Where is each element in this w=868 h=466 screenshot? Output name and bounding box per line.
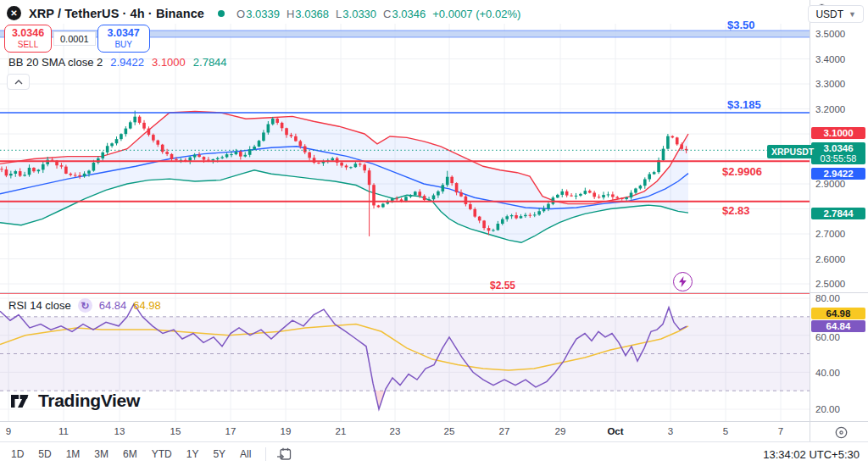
range-button-1m[interactable]: 1M [66,448,81,460]
scale-tick: 3.5000 [815,29,845,39]
bottom-toolbar: 1D5D1M3M6MYTD1Y5YAll 13:34:02 UTC+5:30 [0,441,868,466]
lightning-icon [678,276,687,287]
range-buttons: 1D5D1M3M6MYTD1Y5YAll [11,448,265,460]
bb-upper-value: 3.1000 [152,56,186,69]
time-axis-label: 27 [499,426,510,436]
price-level-label-3185[interactable]: $3.185 [727,98,761,111]
time-axis-label: 15 [170,426,181,436]
range-button-5d[interactable]: 5D [38,448,51,460]
spread-value: 0.0001 [53,31,96,46]
ohlc-key: C [383,8,391,20]
range-button-1d[interactable]: 1D [11,448,24,460]
scale-tick: 40.00 [815,368,840,378]
scale-tick: 80.00 [815,293,840,303]
time-axis-label: 19 [281,426,292,436]
toolbar-divider [265,447,266,461]
time-axis-label: 29 [555,426,566,436]
price-level-label-350[interactable]: $3.50 [727,19,755,31]
tradingview-logo[interactable]: TradingView [11,391,140,411]
market-status-dot-icon[interactable] [218,10,225,17]
ohlc-value: 3.0330 [342,8,376,20]
price-level-label-255[interactable]: $2.55 [490,280,515,291]
chevron-down-icon: ▼ [849,10,856,19]
current-time[interactable]: 13:34:02 UTC+5:30 [763,448,860,461]
scale-tick: 3.4000 [815,54,845,64]
rsi-value: 64.84 [99,299,127,312]
time-axis-label: Oct [607,426,623,436]
calendar-arrow-icon [276,447,292,462]
collapse-legend-button[interactable] [7,74,30,90]
range-button-all[interactable]: All [240,448,251,460]
price-level-label-29906[interactable]: $2.9906 [722,165,762,178]
bb-lower-value: 2.7844 [193,56,227,69]
ohlc-value: 3.0368 [295,8,329,20]
bb-basis-value: 2.9422 [110,56,144,69]
price-change: +0.0007 (+0.02%) [432,8,520,20]
symbol-header: ✕ XRP / TetherUS · 4h · Binance O3.0339H… [7,5,520,22]
time-axis-label: 13 [114,426,125,436]
range-button-5y[interactable]: 5Y [213,448,225,460]
trade-panel: 3.0346 SELL 0.0001 3.0347 BUY [4,25,150,53]
rsi-badge: 64.84 [811,320,865,332]
scale-tick: 3.2000 [815,104,845,114]
flash-trade-button[interactable] [673,272,693,291]
price-level-label-283[interactable]: $2.83 [722,204,750,217]
scale-tick: 2.9000 [815,179,845,189]
scale-tick: 2.7000 [815,229,845,239]
time-axis-label: 7 [778,426,783,436]
refresh-icon[interactable]: ↻ [78,298,92,313]
time-axis-label: 25 [444,426,455,436]
tradingview-logo-icon [11,392,32,410]
chevron-up-icon [14,80,23,85]
range-button-3m[interactable]: 3M [94,448,108,460]
sell-price: 3.0346 [12,28,44,40]
scale-tick: 20.00 [815,404,840,414]
rsi-indicator-legend[interactable]: RSI 14 close ↻ 64.84 64.98 [8,298,161,313]
ohlc-key: L [336,8,342,20]
sell-button[interactable]: 3.0346 SELL [4,25,52,53]
time-axis-label: 17 [225,426,236,436]
range-button-6m[interactable]: 6M [123,448,137,460]
range-button-1y[interactable]: 1Y [186,448,199,460]
bb-lower-badge: 2.7844 [811,208,865,219]
scale-tick: 2.6000 [815,254,845,264]
range-button-ytd[interactable]: YTD [152,448,172,460]
rsi-ma-badge: 64.98 [811,308,865,319]
ohlc-key: H [287,8,294,20]
time-axis-label: 5 [723,426,728,436]
ohlc-value: 3.0339 [246,8,280,20]
scale-tick: 3.3000 [815,79,845,89]
time-axis-label: 23 [390,426,401,436]
time-axis-label: 9 [6,426,11,436]
rsi-ma-value: 64.98 [133,299,161,312]
bb-indicator-legend[interactable]: BB 20 SMA close 2 2.9422 3.1000 2.7844 [8,56,227,69]
last-price-badge: 3.034603:55:58 [811,142,865,164]
timezone-settings-icon[interactable] [834,425,849,443]
tradingview-chart-app: { "header": { "symbol": "XRP / TetherUS … [0,0,868,466]
xrp-logo-icon[interactable]: ✕ [7,6,23,22]
go-to-date-button[interactable] [276,447,292,462]
bb-basis-badge: 2.9422 [811,168,865,180]
ohlc-values: O3.0339H3.0368L3.0330C3.0346+0.0007 (+0.… [236,8,520,20]
buy-price: 3.0347 [108,28,140,40]
time-axis-label: 21 [336,426,347,436]
buy-button[interactable]: 3.0347 BUY [97,25,150,53]
scale-tick: 60.00 [815,332,840,342]
currency-selector[interactable]: USDT ▼ [808,5,864,23]
symbol-title[interactable]: XRP / TetherUS · 4h · Binance [29,7,204,20]
bb-upper-badge: 3.1000 [811,127,865,139]
ohlc-key: O [236,8,245,20]
symbol-price-chip: XRPUSDT [767,145,818,158]
time-axis-label: 11 [58,426,69,436]
time-axis-label: 3 [668,426,673,436]
ohlc-value: 3.0346 [392,8,426,20]
scale-tick: 2.5000 [815,279,845,289]
